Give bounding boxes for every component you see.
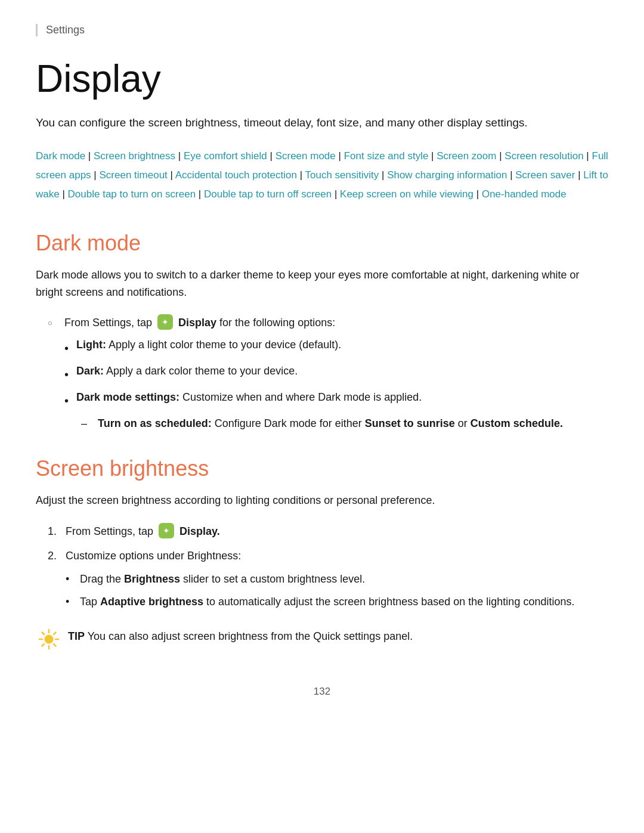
step-number-1: 1. — [48, 523, 66, 540]
bullet-icon: • — [64, 339, 76, 357]
nav-link-dark-mode[interactable]: Dark mode — [36, 150, 85, 162]
page-number: 132 — [36, 686, 608, 698]
svg-line-6 — [54, 633, 56, 635]
nav-link-screen-timeout[interactable]: Screen timeout — [100, 169, 168, 181]
brightness-adaptive-item: • Tap Adaptive brightness to automatical… — [66, 594, 608, 611]
svg-line-5 — [54, 644, 56, 646]
step-number-2: 2. — [48, 547, 66, 565]
brightness-options: • Drag the Brightness slider to set a cu… — [66, 571, 608, 611]
nav-link-keep-screen-on[interactable]: Keep screen on while viewing — [340, 188, 473, 200]
nav-link-touch-sensitivity[interactable]: Touch sensitivity — [305, 169, 379, 181]
svg-point-8 — [45, 635, 54, 644]
dark-mode-desc: Dark mode allows you to switch to a dark… — [36, 267, 608, 302]
dark-mode-settings-item: • Dark mode settings: Customize when and… — [64, 389, 608, 410]
sun-icon — [38, 628, 60, 650]
brightness-step-1: 1. From Settings, tap Display. — [48, 523, 608, 540]
nav-link-font-size[interactable]: Font size and style — [344, 150, 429, 162]
tip-box: TIP You can also adjust screen brightnes… — [36, 628, 608, 650]
settings-icon — [157, 314, 173, 330]
nav-link-screen-saver[interactable]: Screen saver — [515, 169, 575, 181]
dark-mode-step-text: From Settings, tap Display for the follo… — [64, 315, 335, 331]
nav-link-double-tap-on[interactable]: Double tap to turn on screen — [68, 188, 196, 200]
dark-mode-section: Dark mode Dark mode allows you to switch… — [36, 231, 608, 433]
dark-mode-sub-list: – Turn on as scheduled: Configure Dark m… — [81, 416, 608, 432]
bullet-icon-inner-2: • — [66, 594, 78, 611]
nav-link-double-tap-off[interactable]: Double tap to turn off screen — [204, 188, 332, 200]
brightness-step-2: 2. Customize options under Brightness: — [48, 547, 608, 565]
dark-mode-light-item: • Light: Apply a light color theme to yo… — [64, 337, 608, 357]
page-title: Display — [36, 58, 608, 100]
dash-icon: – — [81, 416, 93, 432]
dark-mode-dark-item: • Dark: Apply a dark color theme to your… — [64, 363, 608, 383]
dark-mode-title: Dark mode — [36, 231, 608, 256]
nav-links: Dark mode | Screen brightness | Eye comf… — [36, 147, 608, 205]
svg-line-7 — [42, 644, 45, 646]
bullet-icon: • — [64, 392, 76, 410]
svg-line-4 — [42, 633, 45, 635]
screen-brightness-title: Screen brightness — [36, 456, 608, 481]
nav-link-screen-brightness[interactable]: Screen brightness — [94, 150, 175, 162]
circle-bullet-icon: ○ — [48, 317, 60, 329]
nav-link-accidental-touch[interactable]: Accidental touch protection — [175, 169, 297, 181]
brightness-steps: 1. From Settings, tap Display. 2. Custom… — [48, 523, 608, 611]
screen-brightness-section: Screen brightness Adjust the screen brig… — [36, 456, 608, 650]
bullet-icon: • — [64, 366, 76, 383]
tip-text: TIP You can also adjust screen brightnes… — [68, 628, 413, 645]
nav-link-one-handed[interactable]: One-handed mode — [482, 188, 566, 200]
nav-link-screen-zoom[interactable]: Screen zoom — [436, 150, 496, 162]
nav-link-screen-resolution[interactable]: Screen resolution — [504, 150, 583, 162]
nav-link-show-charging[interactable]: Show charging information — [387, 169, 507, 181]
settings-icon-2 — [159, 523, 174, 538]
breadcrumb: Settings — [36, 24, 608, 36]
dark-mode-schedule-item: – Turn on as scheduled: Configure Dark m… — [81, 416, 608, 432]
tip-icon — [36, 628, 62, 650]
dark-mode-list: ○ From Settings, tap Display for the fol… — [48, 315, 608, 432]
bullet-icon-inner: • — [66, 571, 78, 588]
nav-link-screen-mode[interactable]: Screen mode — [275, 150, 336, 162]
screen-brightness-desc: Adjust the screen brightness according t… — [36, 492, 608, 510]
dark-mode-settings-step: ○ From Settings, tap Display for the fol… — [48, 315, 608, 331]
nav-link-eye-comfort[interactable]: Eye comfort shield — [184, 150, 267, 162]
intro-text: You can configure the screen brightness,… — [36, 114, 608, 132]
brightness-drag-item: • Drag the Brightness slider to set a cu… — [66, 571, 608, 588]
